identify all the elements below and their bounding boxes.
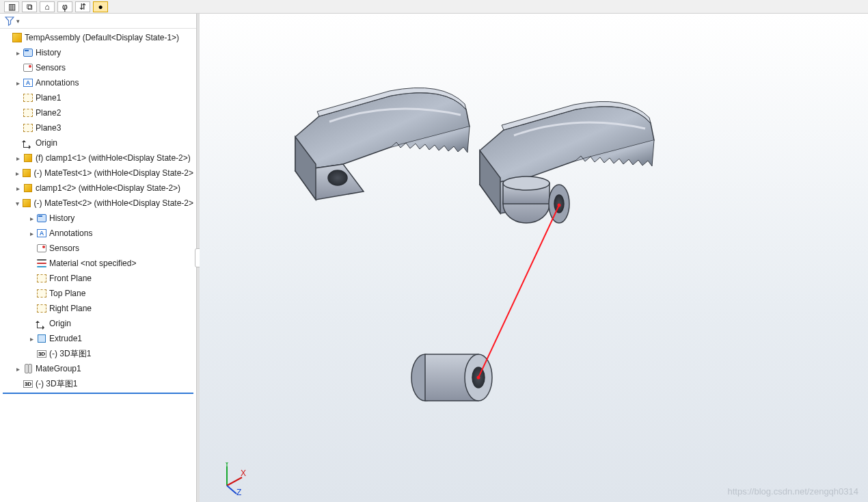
triad-z-label: Z <box>236 488 241 495</box>
origin-icon <box>36 319 48 328</box>
tree-item-label: (f) clamp1<1> (withHole<Display State-2>… <box>34 153 191 163</box>
material-icon <box>36 259 48 267</box>
tree-item-label: History <box>34 48 61 57</box>
part-icon <box>21 169 33 177</box>
tree-item-label: (-) 3D草图1 <box>34 378 77 390</box>
plane-icon <box>22 94 34 102</box>
tree-item[interactable]: Plane2 <box>0 105 196 120</box>
tree-item[interactable]: Origin <box>0 316 196 331</box>
tree-item[interactable]: Sensors <box>0 241 196 256</box>
toolbar-btn-globe[interactable]: ● <box>93 1 108 12</box>
tree-item-label: Sensors <box>48 243 79 253</box>
sketch3d-icon: 3D <box>22 380 34 388</box>
assembly-icon <box>11 33 23 42</box>
sketch-line[interactable] <box>478 205 559 378</box>
tree-item-label: Origin <box>48 319 71 328</box>
part-clamp1-1[interactable] <box>295 88 470 200</box>
feature-tree-panel: ▾ TempAssembly (Default<Display State-1>… <box>0 14 197 502</box>
tree-item[interactable]: ▸History <box>0 211 196 226</box>
filter-icon[interactable] <box>4 16 15 27</box>
tree-item-label: Top Plane <box>48 289 85 298</box>
expander-icon[interactable]: ▸ <box>27 335 36 343</box>
tree-item-label: History <box>48 213 74 223</box>
tree-item[interactable]: 3D(-) 3D草图1 <box>0 376 196 391</box>
sketch-endpoint[interactable] <box>558 204 561 207</box>
tree-item[interactable]: ▸Extrude1 <box>0 331 196 346</box>
tree-item-label: Plane2 <box>34 108 61 118</box>
toolbar-btn-layout[interactable]: ⧉ <box>22 1 37 12</box>
tree-item[interactable]: Right Plane <box>0 301 196 316</box>
model-canvas[interactable] <box>200 14 868 502</box>
tree-item[interactable]: 3D(-) 3D草图1 <box>0 346 196 361</box>
tree-item[interactable]: Sensors <box>0 60 196 75</box>
part-icon <box>22 184 34 192</box>
watermark-text: https://blog.csdn.net/zengqh0314 <box>727 486 858 497</box>
tree-item[interactable]: ▸AAnnotations <box>0 75 196 90</box>
tree-item[interactable]: ▸MateGroup1 <box>0 361 196 376</box>
tree-item[interactable]: ▸(f) clamp1<1> (withHole<Display State-2… <box>0 150 196 166</box>
extrude-icon <box>36 334 48 343</box>
graphics-viewport[interactable]: Y X Z https://blog.csdn.net/zengqh0314 <box>200 14 868 502</box>
plane-icon <box>22 109 34 117</box>
tree-item-label: (-) MateTest<2> (withHole<Display State-… <box>33 198 193 208</box>
expander-icon[interactable]: ▸ <box>27 215 36 222</box>
plane-icon <box>22 124 34 132</box>
expander-icon[interactable]: ▸ <box>14 49 22 57</box>
tree-item-label: Sensors <box>34 63 66 72</box>
svg-point-0 <box>328 170 347 185</box>
tree-item[interactable]: Front Plane <box>0 271 196 286</box>
tree-item[interactable]: ▸AAnnotations <box>0 226 196 241</box>
plane-icon <box>36 289 48 298</box>
tree-item[interactable]: ▸(-) MateTest<1> (withHole<Display State… <box>0 166 196 181</box>
svg-line-11 <box>227 477 242 486</box>
expander-icon[interactable]: ▾ <box>14 200 21 207</box>
tree-root[interactable]: TempAssembly (Default<Display State-1>) <box>0 30 196 45</box>
rollback-bar[interactable] <box>3 393 193 394</box>
expander-icon[interactable]: ▸ <box>14 185 22 192</box>
tree-item[interactable]: Plane3 <box>0 120 196 135</box>
sketch3d-icon: 3D <box>36 350 48 358</box>
tree-item-label: Material <not specified> <box>48 259 136 268</box>
part-icon <box>22 154 34 162</box>
feature-tree[interactable]: TempAssembly (Default<Display State-1>) … <box>0 29 196 502</box>
tree-root-label: TempAssembly (Default<Display State-1>) <box>23 33 179 42</box>
origin-icon <box>22 138 34 148</box>
tree-item[interactable]: Origin <box>0 135 196 150</box>
tree-item-label: Annotations <box>34 78 79 88</box>
expander-icon[interactable]: ▸ <box>14 170 21 177</box>
tree-item-label: Plane1 <box>34 93 61 103</box>
toolbar-btn-info[interactable]: φ <box>57 1 72 12</box>
tree-item[interactable]: Plane1 <box>0 90 196 105</box>
part-clamp1-2[interactable] <box>480 101 654 223</box>
filter-bar: ▾ <box>0 14 196 29</box>
mates-icon <box>22 364 34 373</box>
svg-point-3 <box>503 176 550 190</box>
annotations-icon: A <box>22 79 34 87</box>
toolbar-btn-swap[interactable]: ⇵ <box>75 1 90 12</box>
app-root: ▥ ⧉ ⌂ φ ⇵ ● ▾ TempAssembly (Default<Disp… <box>0 0 868 502</box>
expander-icon[interactable]: ▸ <box>14 365 22 373</box>
expander-icon[interactable]: ▸ <box>27 230 36 237</box>
triad-y-label: Y <box>224 462 230 468</box>
tree-item-label: Annotations <box>48 228 92 238</box>
triad-x-label: X <box>241 468 246 478</box>
expander-icon[interactable]: ▸ <box>14 155 22 162</box>
folder-history-icon <box>36 214 48 222</box>
plane-icon <box>36 274 48 282</box>
tree-item-label: Plane3 <box>34 123 61 133</box>
toolbar-btn-panel[interactable]: ▥ <box>4 1 19 12</box>
toolbar-btn-home[interactable]: ⌂ <box>40 1 55 12</box>
tree-item[interactable]: ▸clamp1<2> (withHole<Display State-2>) <box>0 181 196 196</box>
tree-item[interactable]: Top Plane <box>0 286 196 301</box>
tree-item[interactable]: Material <not specified> <box>0 256 196 271</box>
tree-item[interactable]: ▾(-) MateTest<2> (withHole<Display State… <box>0 196 196 211</box>
annotations-icon: A <box>36 229 48 237</box>
tree-item-label: (-) MateTest<1> (withHole<Display State-… <box>33 168 193 178</box>
filter-dropdown-icon[interactable]: ▾ <box>16 18 20 25</box>
expander-icon[interactable]: ▸ <box>14 79 22 87</box>
sketch-endpoint[interactable] <box>477 376 480 380</box>
tree-item[interactable]: ▸History <box>0 45 196 60</box>
tree-item-label: Right Plane <box>48 304 92 313</box>
orientation-triad[interactable]: Y X Z <box>213 462 246 495</box>
tree-item-label: clamp1<2> (withHole<Display State-2>) <box>34 183 180 193</box>
